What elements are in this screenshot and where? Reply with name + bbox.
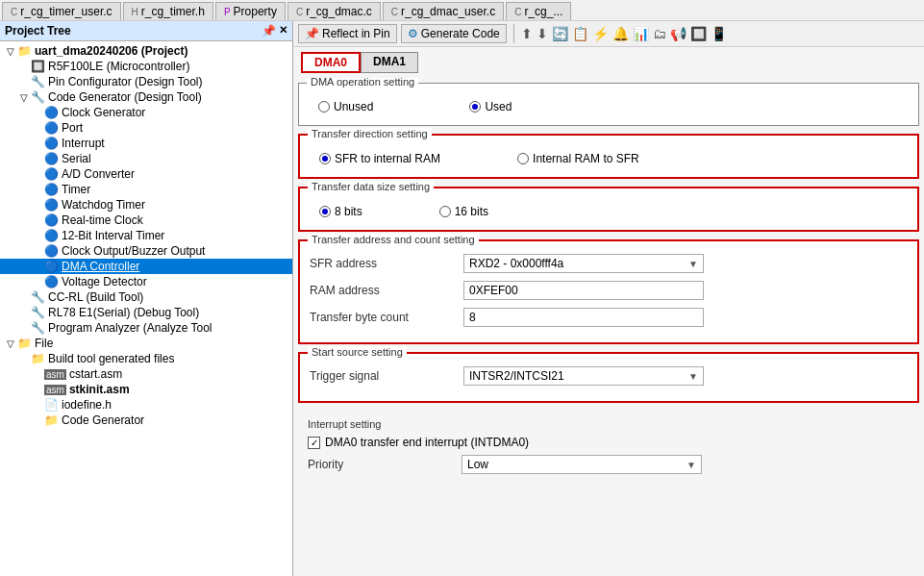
component-icon: 🔵: [44, 152, 59, 165]
tab-timer-user-c[interactable]: C r_cg_timer_user.c: [2, 2, 121, 20]
radio-ram-to-sfr-label: Internal RAM to SFR: [533, 152, 639, 165]
tree-item-label: DMA Controller: [62, 260, 139, 273]
tool-icon: 🔧: [31, 90, 45, 104]
reflect-pin-icon: 📌: [305, 27, 319, 40]
tab-dmac-user-c[interactable]: C r_cg_dmac_user.c: [383, 2, 504, 20]
radio-16bits-circle: [439, 206, 451, 217]
tree-item-project[interactable]: ▽ 📁 uart_dma20240206 (Project): [0, 43, 292, 59]
tree-item-label: File: [35, 337, 53, 350]
dma-tab-bar: DMA0 DMA1: [293, 47, 924, 78]
transfer-direction-radio-group: SFR to internal RAM Internal RAM to SFR: [310, 148, 908, 169]
trigger-dropdown-icon: ▼: [688, 371, 698, 382]
tab-timer-h[interactable]: H r_cg_timer.h: [123, 2, 213, 20]
tool-icon: 🔧: [31, 75, 45, 88]
transfer-address-title: Transfer address and count setting: [308, 234, 479, 245]
radio-16bits[interactable]: 16 bits: [439, 205, 488, 218]
sfr-address-select[interactable]: RXD2 - 0x000fff4a ▼: [463, 254, 704, 273]
tree-item-clock-gen[interactable]: 🔵 Clock Generator: [0, 105, 292, 120]
tree-item-ad-converter[interactable]: 🔵 A/D Converter: [0, 166, 292, 182]
radio-sfr-to-ram-circle: [319, 153, 331, 164]
toolbar-icon-4[interactable]: 📋: [572, 26, 588, 41]
tree-item-file[interactable]: ▽ 📁 File: [0, 336, 292, 351]
radio-used[interactable]: Used: [469, 100, 512, 113]
dma0-tab[interactable]: DMA0: [301, 52, 361, 73]
generate-code-button[interactable]: ⚙ Generate Code: [401, 24, 507, 43]
tool-icon: 🔧: [31, 290, 45, 304]
radio-8bits-label: 8 bits: [335, 205, 362, 218]
tree-item-label: Code Generator (Design Tool): [48, 90, 202, 104]
ram-address-label: RAM address: [310, 284, 463, 297]
priority-select[interactable]: Low ▼: [462, 455, 702, 474]
tree-item-rtc[interactable]: 🔵 Real-time Clock: [0, 213, 292, 228]
tree-item-code-generator[interactable]: ▽ 🔧 Code Generator (Design Tool): [0, 89, 292, 105]
tree-item-clock-output[interactable]: 🔵 Clock Output/Buzzer Output: [0, 243, 292, 259]
toolbar-icon-3[interactable]: 🔄: [552, 26, 568, 41]
radio-ram-to-sfr[interactable]: Internal RAM to SFR: [517, 152, 639, 165]
radio-8bits[interactable]: 8 bits: [319, 205, 362, 218]
radio-sfr-to-ram-label: SFR to internal RAM: [335, 152, 440, 165]
toolbar-icon-8[interactable]: 🗂: [653, 26, 666, 41]
trigger-select[interactable]: INTSR2/INTCSI21 ▼: [463, 366, 704, 386]
tab-property[interactable]: P Property: [215, 2, 286, 20]
tree-item-label: cstart.asm: [69, 367, 122, 381]
project-tree-title: Project Tree: [5, 24, 71, 38]
tree-item-program-analyzer[interactable]: 🔧 Program Analyzer (Analyze Tool: [0, 320, 292, 336]
dma0-interrupt-checkbox[interactable]: ✓: [308, 437, 320, 449]
tree-item-ccrl[interactable]: 🔧 CC-RL (Build Tool): [0, 289, 292, 305]
tab-dmac-c[interactable]: C r_cg_dmac.c: [287, 2, 381, 20]
toolbar-icon-5[interactable]: ⚡: [592, 26, 609, 41]
tree-item-timer[interactable]: 🔵 Timer: [0, 182, 292, 197]
tree-item-rl78[interactable]: 🔧 RL78 E1(Serial) (Debug Tool): [0, 305, 292, 320]
component-icon: 🔵: [44, 167, 59, 181]
close-icon[interactable]: ✕: [279, 24, 287, 38]
toolbar-icon-11[interactable]: 📱: [711, 26, 727, 41]
toolbar-icon-2[interactable]: ⬇: [537, 26, 548, 41]
tab-r-cg[interactable]: C r_cg_...: [506, 2, 571, 20]
dma0-interrupt-label: DMA0 transfer end interrupt (INTDMA0): [325, 436, 529, 449]
tree-item-voltage[interactable]: 🔵 Voltage Detector: [0, 274, 292, 289]
tree-item-12bit[interactable]: 🔵 12-Bit Interval Timer: [0, 228, 292, 243]
toolbar-icon-9[interactable]: 📢: [670, 26, 687, 41]
priority-row: Priority Low ▼: [308, 455, 910, 474]
component-icon: 🔵: [44, 213, 59, 227]
tree-item-stkinit-asm[interactable]: asm stkinit.asm: [0, 382, 292, 397]
asm-file-icon: asm: [44, 385, 66, 395]
component-icon: 🔵: [44, 183, 59, 196]
tree-item-r5f[interactable]: 🔲 R5F100LE (Microcontroller): [0, 59, 292, 74]
start-source-section: Start source setting Trigger signal INTS…: [298, 352, 919, 403]
tree-item-serial[interactable]: 🔵 Serial: [0, 151, 292, 166]
transfer-data-radio-group: 8 bits 16 bits: [310, 201, 908, 222]
transfer-address-section: Transfer address and count setting SFR a…: [298, 239, 919, 344]
component-icon: 🔵: [44, 229, 59, 242]
tree-item-code-gen2[interactable]: 📁 Code Generator: [0, 413, 292, 428]
transfer-count-input[interactable]: [463, 308, 704, 327]
tree-item-interrupt[interactable]: 🔵 Interrupt: [0, 136, 292, 151]
tree-item-iodefine-h[interactable]: 📄 iodefine.h: [0, 397, 292, 413]
pin-icon[interactable]: 📌: [262, 24, 276, 38]
toolbar-icon-1[interactable]: ⬆: [521, 26, 533, 41]
radio-ram-to-sfr-circle: [517, 153, 529, 164]
toolbar-icon-7[interactable]: 📊: [633, 26, 649, 41]
radio-used-circle: [469, 101, 481, 113]
toolbar-icon-6[interactable]: 🔔: [612, 26, 629, 41]
radio-unused[interactable]: Unused: [318, 100, 373, 113]
tree-item-label: iodefine.h: [62, 398, 112, 412]
tree-item-dma-controller[interactable]: 🔵 DMA Controller: [0, 259, 292, 274]
debug-icon: 🔧: [31, 306, 45, 319]
component-icon: 🔵: [44, 121, 59, 135]
tree-item-cstart-asm[interactable]: asm cstart.asm: [0, 366, 292, 382]
dma1-tab[interactable]: DMA1: [361, 52, 418, 73]
tree-item-build-files[interactable]: 📁 Build tool generated files: [0, 351, 292, 366]
sfr-address-row: SFR address RXD2 - 0x000fff4a ▼: [310, 254, 908, 273]
radio-sfr-to-ram[interactable]: SFR to internal RAM: [319, 152, 440, 165]
ram-address-input[interactable]: [463, 281, 704, 300]
tree-item-watchdog[interactable]: 🔵 Watchdog Timer: [0, 197, 292, 213]
tree-item-pin-configurator[interactable]: 🔧 Pin Configurator (Design Tool): [0, 74, 292, 89]
priority-dropdown-icon: ▼: [687, 460, 696, 470]
tree-item-port[interactable]: 🔵 Port: [0, 120, 292, 136]
toolbar-separator: [513, 24, 514, 43]
toolbar-icon-10[interactable]: 🔲: [690, 26, 707, 41]
reflect-in-pin-button[interactable]: 📌 Reflect in Pin: [298, 24, 397, 43]
interrupt-section-title: Interrupt setting: [308, 418, 910, 430]
asm-file-icon: asm: [44, 369, 66, 380]
